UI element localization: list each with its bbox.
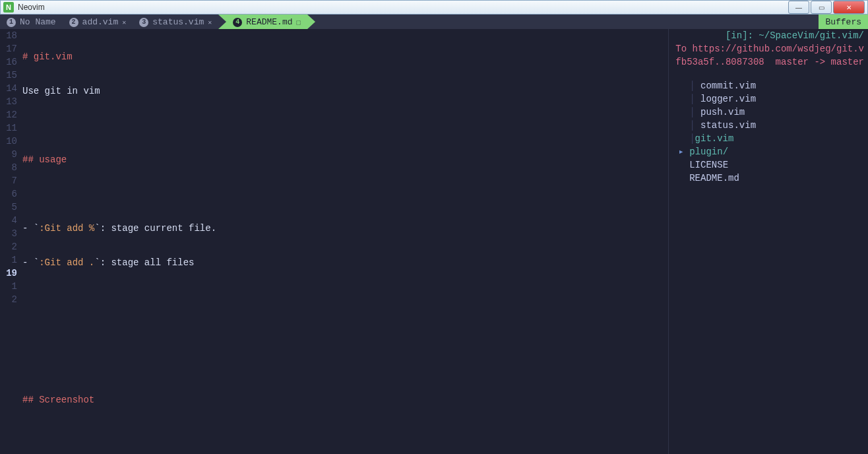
tree-file[interactable]: │ status.vim (673, 119, 864, 132)
tab-num: 2 (69, 18, 78, 27)
minimize-button[interactable]: — (788, 1, 809, 14)
tab-separator (218, 15, 226, 29)
tab-status-vim[interactable]: 3 status.vim ✕ (133, 15, 218, 29)
tab-label: README.md (246, 17, 292, 27)
tree-dir[interactable]: ▸ plugin/ (673, 145, 864, 158)
modified-icon: ✕ (208, 18, 212, 26)
buffers-label: Buffers (819, 15, 868, 29)
tree-file[interactable]: │ push.vim (673, 106, 864, 119)
maximize-button[interactable]: ▭ (811, 1, 832, 14)
tab-num: 3 (139, 18, 148, 27)
tree-file[interactable]: │git.vim (673, 132, 864, 145)
tab-label: No Name (20, 17, 56, 27)
editor-area: 18 17 16 15 14 13 12 11 10 9 8 7 6 5 4 3… (0, 29, 868, 454)
code-content[interactable]: # git.vim Use git in vim ## usage - `:Gi… (22, 29, 668, 454)
git-msg-remote: To https://github.com/wsdjeg/git.v (673, 42, 864, 55)
tab-separator (307, 15, 315, 29)
window-titlebar: N Neovim — ▭ ✕ (0, 0, 868, 15)
tab-label: add.vim (82, 17, 119, 27)
window-title: Neovim (18, 3, 787, 12)
tab-add-vim[interactable]: 2 add.vim ✕ (63, 15, 133, 29)
right-sidebar[interactable]: [in]: ~/SpaceVim/git.vim/ To https://git… (669, 29, 868, 454)
tab-num: 4 (233, 18, 242, 27)
tree-file[interactable]: │ logger.vim (673, 92, 864, 106)
tab-readme[interactable]: 4 README.md ⬚ (226, 15, 307, 29)
close-button[interactable]: ✕ (833, 1, 865, 14)
app-icon: N (3, 2, 14, 13)
tree-file[interactable]: README.md (673, 172, 864, 185)
tree-file[interactable]: LICENSE (673, 158, 864, 172)
tree-file[interactable]: │ commit.vim (673, 79, 864, 92)
tab-num: 1 (7, 18, 16, 27)
modified-icon: ✕ (122, 18, 126, 26)
line-number-gutter: 18 17 16 15 14 13 12 11 10 9 8 7 6 5 4 3… (0, 29, 22, 454)
tab-noname[interactable]: 1 No Name (0, 15, 63, 29)
git-msg-push: fb53a5f..8087308 master -> master (673, 55, 864, 69)
tab-label: status.vim (152, 17, 204, 27)
tabline: 1 No Name 2 add.vim ✕ 3 status.vim ✕ 4 R… (0, 15, 868, 29)
file-tree[interactable]: │ commit.vim │ logger.vim │ push.vim │ s… (673, 79, 864, 185)
modified-icon: ⬚ (297, 18, 301, 26)
main-editor-pane[interactable]: 18 17 16 15 14 13 12 11 10 9 8 7 6 5 4 3… (0, 29, 669, 454)
git-msg-path: [in]: ~/SpaceVim/git.vim/ (673, 29, 864, 42)
